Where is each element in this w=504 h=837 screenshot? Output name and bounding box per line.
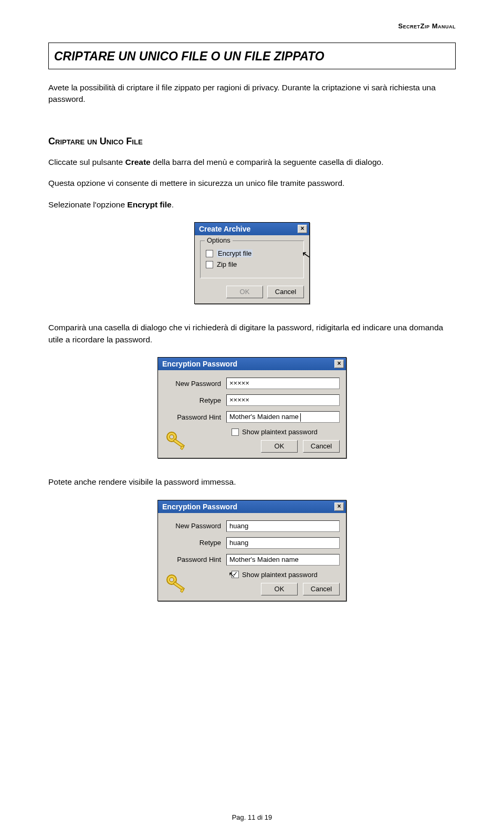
hint-field[interactable]: Mother's Maiden name xyxy=(226,554,340,566)
title-box: CRIPTARE UN UNICO FILE O UN FILE ZIPPATO xyxy=(48,43,456,69)
dialog-titlebar: Create Archive × xyxy=(195,223,309,235)
ok-button[interactable]: OK xyxy=(261,583,298,595)
para-5: Comparirà una casella di dialogo che vi … xyxy=(48,322,456,346)
intro-paragraph: Avete la possibilità di criptare il file… xyxy=(48,82,456,106)
cancel-button[interactable]: Cancel xyxy=(267,286,304,298)
cancel-button[interactable]: Cancel xyxy=(303,583,340,595)
key-icon xyxy=(164,427,190,453)
retype-label: Retype xyxy=(165,539,226,547)
subheading: Criptare un Unico File xyxy=(48,136,456,147)
retype-label: Retype xyxy=(165,396,226,404)
close-icon[interactable]: × xyxy=(298,225,307,233)
checkbox-icon[interactable] xyxy=(206,250,213,257)
hint-label: Password Hint xyxy=(165,413,226,421)
svg-point-5 xyxy=(170,578,174,582)
encrypt-file-label: Encrypt file xyxy=(217,249,253,257)
close-icon[interactable]: × xyxy=(334,360,344,368)
para-4: Selezionate l'opzione Encrypt file. xyxy=(48,199,456,211)
cursor-arrow-icon: ↖ xyxy=(228,570,235,580)
cancel-button[interactable]: Cancel xyxy=(303,440,340,453)
ok-button[interactable]: OK xyxy=(261,440,298,453)
create-archive-dialog: Create Archive × Options Encrypt file ↖ … xyxy=(194,222,310,304)
checkbox-icon[interactable] xyxy=(232,428,239,436)
cursor-arrow-icon: ↖ xyxy=(301,248,312,262)
new-password-field[interactable]: huang xyxy=(226,520,340,532)
ok-button[interactable]: OK xyxy=(226,286,263,298)
main-heading: CRIPTARE UN UNICO FILE O UN FILE ZIPPATO xyxy=(54,49,450,64)
dialog-titlebar: Encryption Password × xyxy=(158,358,346,370)
para-6: Potete anche rendere visibile la passwor… xyxy=(48,476,456,488)
encryption-password-dialog-2: Encryption Password × New Password huang… xyxy=(158,500,346,601)
hint-label: Password Hint xyxy=(165,556,226,563)
para-2: Cliccate sul pulsante Create della barra… xyxy=(48,156,456,168)
zip-file-option[interactable]: Zip file xyxy=(206,260,298,268)
new-password-label: New Password xyxy=(165,522,226,530)
para-3: Questa opzione vi consente di mettere in… xyxy=(48,177,456,189)
checkbox-icon[interactable] xyxy=(206,261,213,268)
retype-field[interactable]: ××××× xyxy=(226,394,340,406)
dialog-title: Encryption Password xyxy=(162,503,237,511)
show-plaintext-label: Show plaintext password xyxy=(242,428,318,436)
retype-field[interactable]: huang xyxy=(226,537,340,549)
encryption-password-dialog-1: Encryption Password × New Password ×××××… xyxy=(158,357,346,458)
options-legend: Options xyxy=(205,236,233,244)
key-icon xyxy=(164,570,190,595)
show-plaintext-label: Show plaintext password xyxy=(242,571,318,579)
page-footer: Pag. 11 di 19 xyxy=(0,813,504,821)
hint-field[interactable]: Mother's Maiden name xyxy=(226,411,340,423)
dialog-title: Encryption Password xyxy=(162,360,237,368)
show-plaintext-option[interactable]: Show plaintext password ↖ xyxy=(232,571,340,579)
text-cursor-icon xyxy=(300,413,301,422)
svg-point-1 xyxy=(170,435,174,439)
show-plaintext-option[interactable]: Show plaintext password xyxy=(232,428,340,436)
close-icon[interactable]: × xyxy=(334,503,344,511)
encrypt-file-option[interactable]: Encrypt file ↖ xyxy=(206,249,298,257)
dialog-titlebar: Encryption Password × xyxy=(158,500,346,513)
new-password-label: New Password xyxy=(165,380,226,388)
zip-file-label: Zip file xyxy=(217,260,237,268)
options-group: Options Encrypt file ↖ Zip file xyxy=(200,240,304,278)
dialog-title: Create Archive xyxy=(199,225,250,233)
new-password-field[interactable]: ××××× xyxy=(226,378,340,389)
header-brand: SecretZip Manual xyxy=(48,22,456,30)
